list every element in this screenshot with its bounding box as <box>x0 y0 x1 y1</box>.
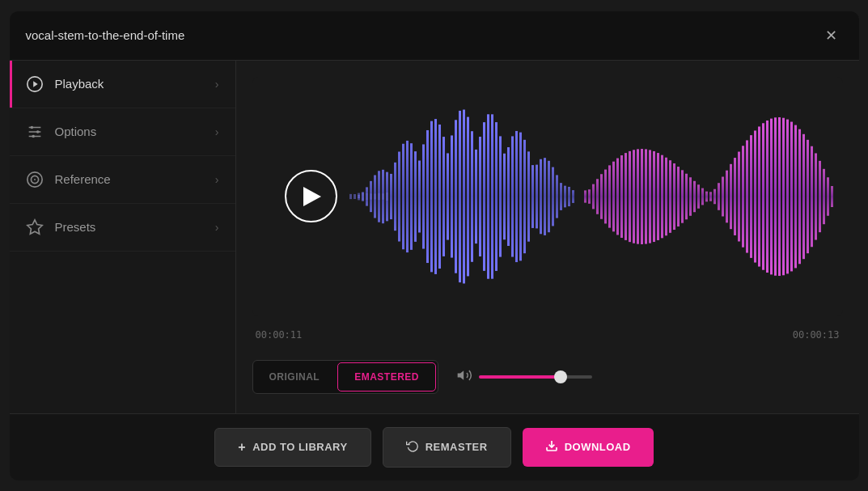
remaster-icon <box>406 439 419 455</box>
add-library-label: ADD TO LIBRARY <box>252 441 348 453</box>
current-time: 00:00:11 <box>256 329 303 341</box>
star-icon <box>26 218 44 236</box>
total-time: 00:00:13 <box>793 329 840 341</box>
waveform-canvas <box>252 77 843 316</box>
chevron-right-icon: › <box>215 221 219 234</box>
controls-bar: ORIGINAL EMASTERED <box>252 357 843 397</box>
modal-header: vocal-stem-to-the-end-of-time ✕ <box>10 11 859 61</box>
target-icon <box>26 171 44 188</box>
plus-icon: + <box>238 440 246 455</box>
download-label: DOWNLOAD <box>565 441 631 453</box>
playback-label: Playback <box>55 77 104 91</box>
sidebar-item-options[interactable]: Options › <box>10 108 235 156</box>
svg-point-5 <box>30 125 33 129</box>
play-icon <box>303 187 321 206</box>
modal-footer: + ADD TO LIBRARY REMASTER DOWNLOAD <box>10 413 859 480</box>
sidebar-item-reference[interactable]: Reference › <box>10 156 235 204</box>
modal: vocal-stem-to-the-end-of-time ✕ Playback… <box>10 11 859 480</box>
play-button[interactable] <box>285 170 337 222</box>
options-label: Options <box>55 125 97 138</box>
reference-label: Reference <box>55 172 111 186</box>
close-button[interactable]: ✕ <box>820 24 843 47</box>
svg-marker-11 <box>27 219 41 233</box>
remaster-button[interactable]: REMASTER <box>383 427 511 468</box>
svg-point-10 <box>34 179 36 180</box>
timeline: 00:00:11 00:00:13 <box>252 323 843 347</box>
sidebar-item-playback[interactable]: Playback › <box>10 61 235 108</box>
chevron-right-icon: › <box>215 173 219 186</box>
add-to-library-button[interactable]: + ADD TO LIBRARY <box>214 428 370 467</box>
download-button[interactable]: DOWNLOAD <box>523 428 654 467</box>
volume-control <box>456 367 592 387</box>
modal-body: Playback › <box>10 61 859 413</box>
sidebar-item-presets[interactable]: Presets › <box>10 204 235 252</box>
download-icon <box>545 439 558 455</box>
play-circle-icon <box>26 75 44 93</box>
remaster-label: REMASTER <box>426 441 488 453</box>
waveform-container: // Will be generated via JS below <box>252 77 843 316</box>
svg-point-7 <box>32 134 35 138</box>
volume-slider[interactable] <box>479 375 592 379</box>
chevron-right-icon: › <box>215 78 219 91</box>
sidebar: Playback › <box>10 61 236 413</box>
svg-marker-1 <box>33 81 38 87</box>
volume-icon <box>456 367 472 387</box>
sliders-icon <box>26 123 44 141</box>
main-content: // Will be generated via JS below 00:00:… <box>236 61 859 413</box>
modal-title: vocal-stem-to-the-end-of-time <box>26 28 185 42</box>
presets-label: Presets <box>55 220 96 234</box>
original-button[interactable]: ORIGINAL <box>253 361 337 393</box>
chevron-right-icon: › <box>215 125 219 138</box>
svg-marker-12 <box>458 370 464 380</box>
emastered-button[interactable]: EMASTERED <box>337 362 436 392</box>
mode-toggle-group: ORIGINAL EMASTERED <box>252 360 439 394</box>
svg-point-6 <box>36 130 39 133</box>
